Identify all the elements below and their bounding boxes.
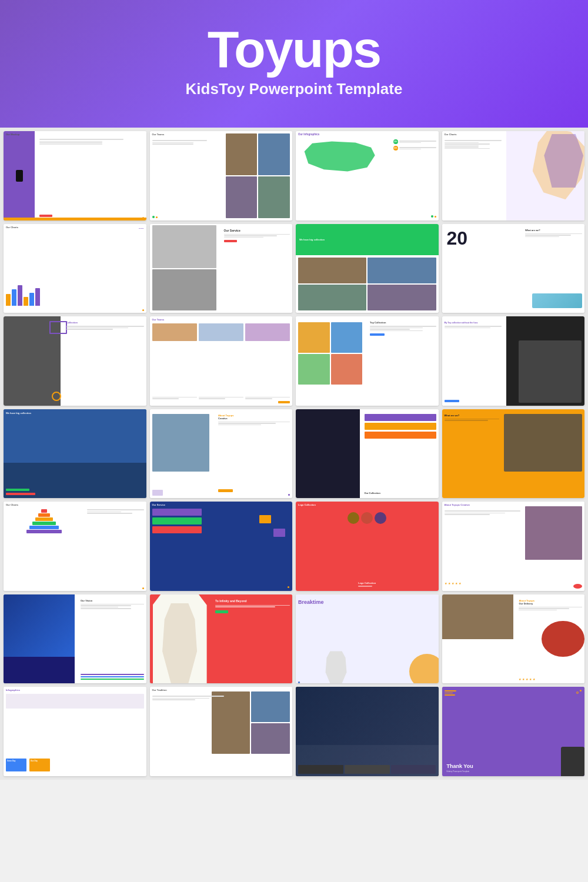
slide-12[interactable]: My Toy collection without the fuss [442, 316, 585, 406]
slide-2-label: Our Teams [152, 133, 165, 136]
slide-19-label: Lego Collection [298, 503, 316, 506]
slide-24-label: Our Delivery [519, 602, 582, 605]
slide-15-label: Our Collection [364, 492, 380, 495]
slide-10-label: Our Teams [152, 318, 165, 321]
slide-23-label: Breaktime [298, 599, 324, 605]
slide-9[interactable]: Collection [4, 316, 146, 406]
slide-25-label: Infographics [6, 689, 20, 691]
slide-25[interactable]: Infographics Some Day Due Day [4, 687, 146, 776]
slide-12-label: My Toy collection without the fuss [445, 322, 478, 324]
slide-27[interactable] [296, 687, 439, 776]
slide-24[interactable]: About Toyups Our Delivery ★ ★ ★ ★ ★ [442, 594, 585, 684]
slide-15[interactable]: Our Collection [296, 409, 439, 499]
slide-1[interactable]: Our Mockup [4, 131, 146, 220]
slide-28[interactable]: Thank You Kidstoy Powerpoint Template [442, 687, 585, 776]
slide-7[interactable]: We have big collection [296, 224, 439, 313]
slide-20-label: About Toyups Creative [445, 503, 470, 506]
slide-22[interactable]: To Infinity and Beyond [150, 594, 293, 684]
slide-16[interactable]: What are we? [442, 409, 585, 499]
slide-23[interactable]: Breaktime [296, 594, 439, 684]
slide-16-label: What are we? [445, 414, 460, 417]
slide-4-label: Our Charts [445, 133, 457, 136]
slide-4[interactable]: Our Charts [442, 131, 585, 220]
slide-8-number: 20 [447, 229, 468, 248]
slide-19[interactable]: Lego Collection Lego Collection [296, 502, 439, 591]
slide-6-label: Our Service [224, 229, 240, 232]
thank-you-subtitle: Kidstoy Powerpoint Template [447, 770, 470, 773]
slide-19-sub-label: Lego Collection [358, 582, 376, 584]
slide-13[interactable]: We have big collection [4, 409, 146, 499]
slide-26-label: Our Tradition [152, 689, 167, 691]
slide-6[interactable]: Our Service [150, 224, 293, 313]
main-title: Toyups [12, 24, 576, 75]
slide-21[interactable]: Our Vision [4, 594, 146, 684]
slide-18-label: Our Service [152, 503, 165, 506]
slide-5[interactable]: Our Charts ~~~ [4, 224, 146, 313]
page-header: Toyups KidsToy Powerpoint Template [0, 0, 588, 128]
slide-8-label: What are we? [525, 229, 540, 232]
slide-1-label: Our Mockup [6, 133, 19, 136]
slide-7-label: We have big collection [299, 238, 325, 241]
slide-13-label: We have big collection [6, 412, 31, 415]
slide-10[interactable]: Our Teams [150, 316, 293, 406]
slide-11[interactable]: Toy Collection [296, 316, 439, 406]
slide-5-label: Our Charts [6, 226, 18, 229]
slide-3[interactable]: Our Infographics 33% 25% [296, 131, 439, 220]
slide-20[interactable]: About Toyups Creative ★ ★ ★ ★ ★ [442, 502, 585, 591]
slides-grid: Our Mockup Our Teams [0, 128, 588, 780]
slide-26[interactable]: Our Tradition [150, 687, 293, 776]
slide-9-label: Collection [66, 321, 78, 324]
slide-17-label: Our Charts [6, 503, 18, 506]
slide-14[interactable]: About Toyups Creative [150, 409, 293, 499]
thank-you-text: Thank You [447, 763, 473, 769]
slide-11-label: Toy Collection [370, 321, 386, 324]
slide-3-label: Our Infographics [298, 133, 319, 136]
slide-22-label: To Infinity and Beyond [215, 599, 247, 603]
slide-2[interactable]: Our Teams [150, 131, 293, 220]
slide-21-label: Our Vision [81, 599, 92, 602]
main-subtitle: KidsToy Powerpoint Template [12, 80, 576, 98]
slide-18[interactable]: Our Service [150, 502, 293, 591]
slide-8[interactable]: 20 What are we? [442, 224, 585, 313]
slide-17[interactable]: Our Charts [4, 502, 146, 591]
